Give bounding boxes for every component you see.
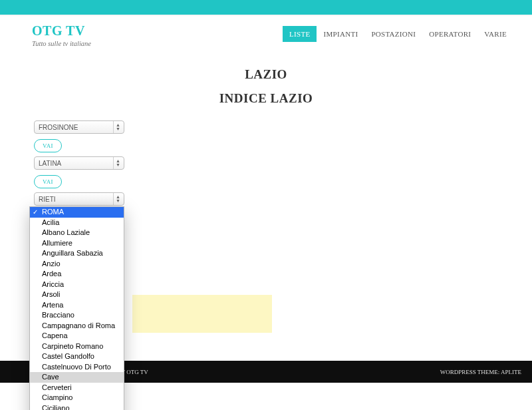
province-row: LATINA▲▼ [34, 156, 532, 170]
dropdown-option[interactable]: Anzio [30, 259, 124, 270]
dropdown-option[interactable]: Ariccia [30, 280, 124, 290]
dropdown-option[interactable]: Ciampino [30, 393, 124, 403]
dropdown-option[interactable]: Carpineto Romano [30, 341, 124, 352]
dropdown-option[interactable]: Anguillara Sabazia [30, 248, 124, 259]
dropdown-option[interactable]: Cerveteri [30, 383, 124, 393]
roma-select-dropdown[interactable]: ROMAAciliaAlbano LazialeAllumiereAnguill… [29, 206, 124, 410]
ad-placeholder [132, 295, 272, 333]
dropdown-option[interactable]: Ciciliano [30, 403, 124, 411]
site-title[interactable]: OTG TV [32, 23, 91, 39]
dropdown-option[interactable]: Campagnano di Roma [30, 321, 124, 331]
footer-theme-prefix: WORDPRESS THEME: [440, 369, 501, 375]
dropdown-option[interactable]: Capena [30, 331, 124, 341]
dropdown-option[interactable]: ROMA [30, 207, 124, 218]
dropdown-option[interactable]: Castelnuovo Di Porto [30, 362, 124, 373]
dropdown-option[interactable]: Artena [30, 300, 124, 311]
province-row: FROSINONE▲▼ [34, 120, 532, 134]
province-select[interactable]: RIETI▲▼ [34, 192, 124, 206]
dropdown-option[interactable]: Bracciano [30, 310, 124, 321]
top-accent-bar [0, 0, 532, 15]
region-heading: LAZIO [0, 67, 532, 82]
site-tagline: Tutto sulle tv italiane [32, 40, 91, 47]
select-arrows-icon: ▲▼ [113, 121, 122, 133]
index-heading: INDICE LAZIO [0, 91, 532, 106]
nav-item-impianti[interactable]: IMPIANTI [317, 26, 364, 42]
go-button[interactable]: VAI [34, 139, 62, 152]
brand-block[interactable]: OTG TV Tutto sulle tv italiane [32, 23, 91, 47]
footer-theme-link[interactable]: APLITE [501, 369, 521, 375]
dropdown-option[interactable]: Castel Gandolfo [30, 351, 124, 362]
province-row: RIETI▲▼ [34, 192, 532, 206]
site-header: OTG TV Tutto sulle tv italiane LISTEIMPI… [0, 17, 532, 53]
nav-item-liste[interactable]: LISTE [283, 26, 317, 42]
province-select-value: LATINA [39, 160, 61, 167]
nav-item-operatori[interactable]: OPERATORI [422, 26, 477, 42]
province-select-value: FROSINONE [39, 124, 78, 131]
select-arrows-icon: ▲▼ [113, 157, 122, 169]
footer-theme: WORDPRESS THEME: APLITE [440, 369, 521, 375]
province-select[interactable]: LATINA▲▼ [34, 156, 124, 170]
dropdown-option[interactable]: Cave [30, 372, 124, 383]
go-button[interactable]: VAI [34, 175, 62, 188]
nav-item-varie[interactable]: VARIE [477, 26, 513, 42]
dropdown-option[interactable]: Arsoli [30, 290, 124, 300]
dropdown-option[interactable]: Albano Laziale [30, 228, 124, 238]
page-content: LAZIO INDICE LAZIO FROSINONE▲▼VAILATINA▲… [0, 67, 532, 228]
nav-item-postazioni[interactable]: POSTAZIONI [364, 26, 422, 42]
dropdown-option[interactable]: Allumiere [30, 238, 124, 249]
main-nav: LISTEIMPIANTIPOSTAZIONIOPERATORIVARIE [283, 26, 513, 42]
dropdown-option[interactable]: Ardea [30, 269, 124, 280]
select-arrows-icon: ▲▼ [113, 193, 122, 205]
province-select-value: RIETI [39, 196, 56, 203]
dropdown-option[interactable]: Acilia [30, 218, 124, 228]
province-select[interactable]: FROSINONE▲▼ [34, 120, 124, 134]
